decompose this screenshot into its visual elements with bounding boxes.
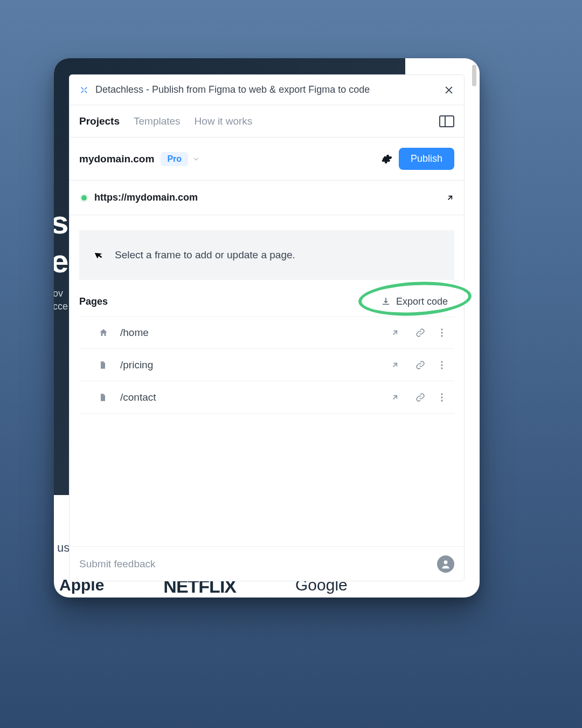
domain-row: mydomain.com Pro Publish: [70, 138, 464, 181]
tab-bar: Projects Templates How it works: [70, 105, 464, 138]
status-dot-icon: [81, 195, 87, 201]
panel-header: Detachless - Publish from Figma to web &…: [70, 75, 464, 105]
svg-point-7: [441, 361, 442, 362]
more-icon[interactable]: [440, 328, 454, 338]
svg-point-8: [441, 364, 442, 366]
export-code-label: Export code: [396, 296, 448, 307]
tab-projects[interactable]: Projects: [79, 115, 120, 127]
pages-title: Pages: [79, 296, 375, 307]
svg-point-10: [441, 393, 442, 395]
scrollbar-thumb[interactable]: [472, 65, 476, 86]
export-code-button[interactable]: Export code: [375, 292, 454, 312]
page-row-home[interactable]: /home: [79, 317, 454, 349]
open-external-icon[interactable]: [391, 361, 405, 369]
page-list: /home /pricing /contact: [70, 317, 464, 414]
layout-toggle-icon[interactable]: [439, 115, 454, 127]
svg-point-6: [441, 335, 442, 336]
pages-header: Pages Export code: [70, 286, 464, 317]
chevron-down-icon[interactable]: [192, 155, 200, 163]
more-icon[interactable]: [440, 393, 454, 402]
page-path: /contact: [120, 392, 380, 403]
bg-sub-fragment: ucce: [54, 301, 68, 312]
close-icon[interactable]: [444, 85, 454, 95]
hint-banner: Select a frame to add or update a page.: [79, 230, 454, 280]
live-url-row[interactable]: https://mydomain.com: [70, 181, 464, 215]
svg-rect-1: [81, 90, 84, 93]
more-icon[interactable]: [440, 360, 454, 370]
live-url-text: https://mydomain.com: [94, 192, 438, 203]
panel-footer: Submit feedback: [70, 546, 464, 581]
svg-rect-2: [81, 87, 84, 90]
panel-title: Detachless - Publish from Figma to web &…: [95, 84, 437, 95]
tab-templates[interactable]: Templates: [134, 115, 181, 127]
plugin-panel: Detachless - Publish from Figma to web &…: [69, 74, 465, 581]
link-icon[interactable]: [415, 393, 429, 402]
link-icon[interactable]: [415, 328, 429, 338]
link-icon[interactable]: [415, 360, 429, 370]
svg-rect-0: [85, 87, 87, 90]
file-icon: [99, 360, 109, 370]
avatar-icon[interactable]: [437, 555, 454, 573]
publish-button[interactable]: Publish: [399, 148, 454, 170]
gear-icon[interactable]: [380, 153, 392, 165]
svg-point-9: [441, 367, 442, 369]
svg-point-5: [441, 332, 442, 333]
page-row-pricing[interactable]: /pricing: [79, 349, 454, 381]
domain-name: mydomain.com: [79, 153, 154, 165]
page-row-contact[interactable]: /contact: [79, 381, 454, 414]
download-icon: [381, 297, 391, 306]
open-external-icon[interactable]: [391, 393, 405, 402]
cursor-icon: [92, 248, 107, 263]
svg-point-13: [444, 560, 448, 564]
hint-text: Select a frame to add or update a page.: [115, 249, 295, 261]
svg-point-11: [441, 396, 442, 398]
bg-heading-fragment: s: [54, 204, 68, 241]
detachless-logo-icon: [79, 85, 89, 95]
home-icon: [99, 328, 109, 338]
tab-how-it-works[interactable]: How it works: [195, 115, 253, 127]
svg-rect-3: [85, 90, 87, 93]
pro-badge: Pro: [161, 152, 188, 166]
bg-sub-fragment: nov: [54, 288, 63, 299]
file-icon: [99, 393, 109, 402]
page-path: /home: [120, 327, 380, 339]
submit-feedback-link[interactable]: Submit feedback: [79, 558, 429, 570]
card-frame: s es nov ucce uste Apple NETFLIX Google …: [54, 58, 480, 597]
page-path: /pricing: [120, 359, 380, 371]
svg-point-12: [441, 400, 442, 401]
svg-point-4: [441, 328, 442, 330]
open-external-icon[interactable]: [446, 194, 454, 202]
open-external-icon[interactable]: [391, 328, 405, 337]
